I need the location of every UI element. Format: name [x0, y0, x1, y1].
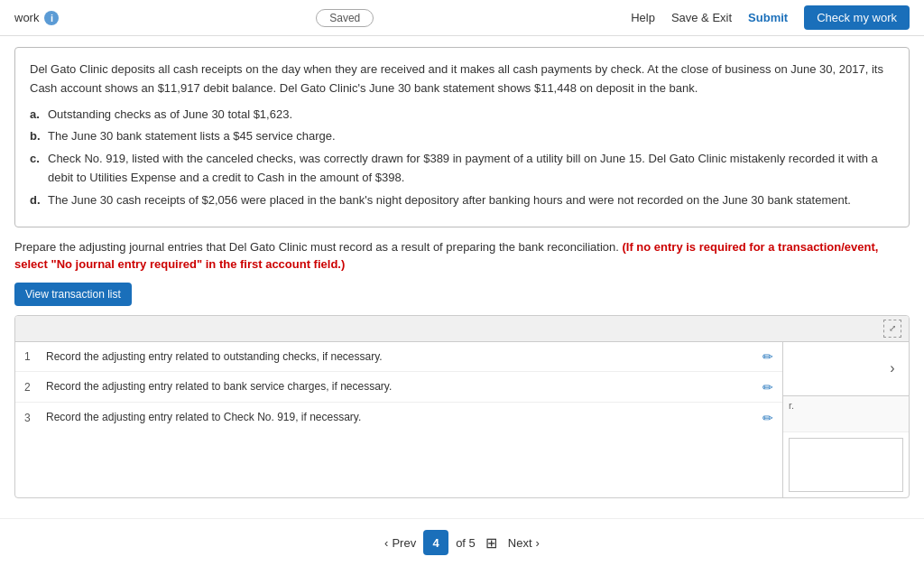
header-center: Saved: [59, 9, 631, 27]
info-paragraph: Del Gato Clinic deposits all cash receip…: [30, 60, 894, 98]
instruction-main: Prepare the adjusting journal entries th…: [14, 240, 619, 254]
next-label: Next: [508, 536, 532, 550]
list-item: a. Outstanding checks as of June 30 tota…: [30, 106, 894, 125]
next-button[interactable]: Next ›: [508, 536, 540, 550]
row-number-2: 2: [24, 381, 39, 394]
table-left-column: 1 Record the adjusting entry related to …: [15, 342, 782, 497]
item-label-b: b.: [30, 127, 42, 146]
header-left: work i: [14, 11, 59, 25]
header-right: Help Save & Exit Submit Check my work: [631, 5, 910, 30]
table-row: 1 Record the adjusting entry related to …: [15, 342, 782, 373]
item-text-d: The June 30 cash receipts of $2,056 were…: [48, 191, 851, 210]
row-text-2: Record the adjusting entry related to ba…: [46, 379, 755, 394]
list-item: d. The June 30 cash receipts of $2,056 w…: [30, 191, 894, 210]
item-text-c: Check No. 919, listed with the canceled …: [48, 150, 894, 188]
item-label-c: c.: [30, 150, 42, 188]
expand-icon[interactable]: ⤢: [883, 320, 901, 338]
main-content: Del Gato Clinic deposits all cash receip…: [0, 36, 924, 509]
page-of-label: of 5: [456, 536, 476, 550]
edit-icon-1[interactable]: ✏: [762, 349, 773, 364]
app-title: work: [14, 11, 39, 24]
edit-icon-3[interactable]: ✏: [762, 411, 773, 425]
journal-entry-table: ⤢ 1 Record the adjusting entry related t…: [14, 315, 910, 498]
submit-link[interactable]: Submit: [748, 11, 788, 24]
info-icon[interactable]: i: [44, 11, 59, 25]
row-text-1: Record the adjusting entry related to ou…: [46, 349, 755, 365]
current-page-indicator: 4: [423, 530, 448, 555]
right-panel-label: r.: [783, 396, 909, 432]
pagination: ‹ Prev 4 of 5 ⊞ Next ›: [0, 518, 924, 566]
table-body: 1 Record the adjusting entry related to …: [15, 342, 909, 497]
prev-button[interactable]: ‹ Prev: [384, 536, 416, 550]
table-row: 2 Record the adjusting entry related to …: [15, 372, 782, 403]
header: work i Saved Help Save & Exit Submit Che…: [0, 0, 924, 36]
right-panel-input-area[interactable]: [789, 438, 903, 492]
item-text-a: Outstanding checks as of June 30 total $…: [48, 106, 292, 125]
table-header: ⤢: [15, 316, 909, 342]
chevron-right-icon[interactable]: ›: [883, 359, 901, 377]
table-row: 3 Record the adjusting entry related to …: [15, 403, 782, 432]
saved-badge: Saved: [316, 9, 374, 27]
instruction-text: Prepare the adjusting journal entries th…: [14, 238, 910, 274]
item-label-d: d.: [30, 191, 42, 210]
save-exit-link[interactable]: Save & Exit: [671, 11, 732, 24]
list-item: c. Check No. 919, listed with the cancel…: [30, 150, 894, 188]
info-box: Del Gato Clinic deposits all cash receip…: [14, 47, 910, 227]
check-my-work-button[interactable]: Check my work: [804, 5, 910, 30]
help-link[interactable]: Help: [631, 11, 655, 24]
prev-chevron-icon: ‹: [384, 536, 388, 550]
view-transaction-list-button[interactable]: View transaction list: [14, 283, 132, 306]
content-area: Del Gato Clinic deposits all cash receip…: [14, 47, 910, 498]
item-label-a: a.: [30, 106, 42, 125]
grid-icon[interactable]: ⊞: [483, 534, 501, 552]
edit-icon-2[interactable]: ✏: [762, 380, 773, 394]
info-list: a. Outstanding checks as of June 30 tota…: [30, 106, 894, 210]
table-right-panel: › r.: [782, 342, 909, 497]
list-item: b. The June 30 bank statement lists a $4…: [30, 127, 894, 146]
next-chevron-icon: ›: [536, 536, 540, 550]
item-text-b: The June 30 bank statement lists a $45 s…: [48, 127, 336, 146]
prev-label: Prev: [392, 536, 416, 550]
row-number-3: 3: [24, 412, 39, 424]
row-number-1: 1: [24, 350, 39, 363]
row-text-3: Record the adjusting entry related to Ch…: [46, 410, 755, 425]
